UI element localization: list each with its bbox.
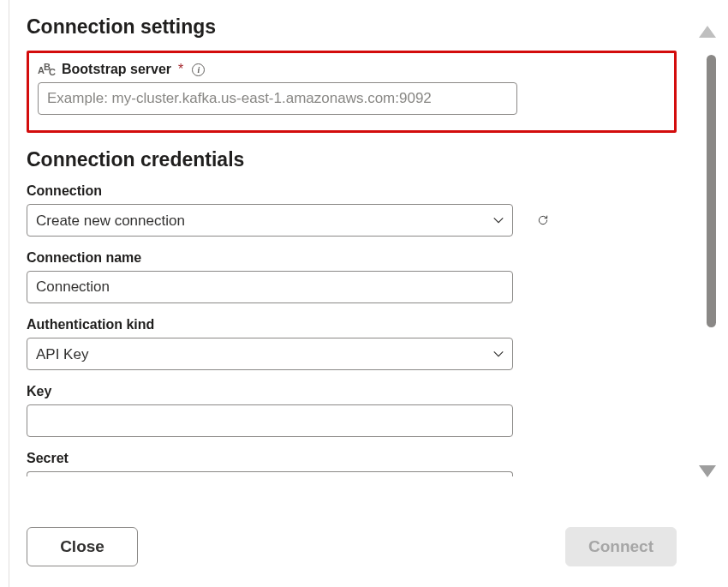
refresh-button[interactable] bbox=[532, 209, 554, 231]
connection-settings-heading: Connection settings bbox=[27, 15, 677, 39]
text-type-icon: ABC bbox=[38, 62, 57, 77]
secret-input-partial[interactable] bbox=[27, 471, 513, 476]
footer: Close Connect bbox=[9, 513, 694, 587]
bootstrap-highlight-box: ABC Bootstrap server * i bbox=[27, 51, 677, 133]
connection-select[interactable]: Create new connection bbox=[27, 204, 513, 237]
scroll-body: Connection settings ABC Bootstrap server… bbox=[9, 0, 694, 513]
bootstrap-server-input[interactable] bbox=[38, 82, 517, 115]
auth-kind-select-wrap: API Key bbox=[27, 338, 513, 370]
scroll-up-arrow[interactable] bbox=[699, 26, 716, 38]
connection-select-wrap: Create new connection bbox=[27, 204, 513, 237]
close-button[interactable]: Close bbox=[27, 527, 138, 566]
connection-credentials-heading: Connection credentials bbox=[27, 148, 677, 171]
auth-kind-select[interactable]: API Key bbox=[27, 338, 513, 370]
connection-name-label: Connection name bbox=[27, 250, 141, 266]
auth-kind-label: Authentication kind bbox=[27, 317, 154, 332]
credentials-section: Connection Create new connection bbox=[27, 183, 677, 476]
connection-label: Connection bbox=[27, 183, 102, 199]
key-label: Key bbox=[27, 384, 51, 399]
scrollbar-thumb[interactable] bbox=[707, 55, 716, 327]
settings-panel: Connection settings ABC Bootstrap server… bbox=[9, 0, 694, 587]
connection-name-input[interactable] bbox=[27, 271, 513, 303]
scroll-down-arrow[interactable] bbox=[699, 465, 716, 477]
bootstrap-server-label-row: ABC Bootstrap server * i bbox=[38, 62, 665, 77]
required-marker: * bbox=[178, 62, 183, 77]
secret-label: Secret bbox=[27, 451, 69, 466]
info-icon[interactable]: i bbox=[192, 63, 205, 76]
bootstrap-server-label: Bootstrap server bbox=[62, 62, 171, 77]
connect-button[interactable]: Connect bbox=[565, 527, 677, 566]
key-input[interactable] bbox=[27, 404, 513, 437]
